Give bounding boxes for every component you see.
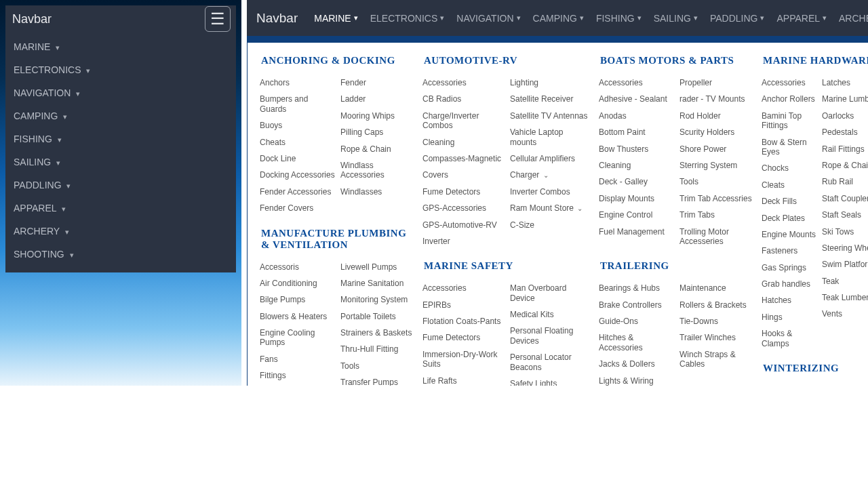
mega-link[interactable]: Winter Covers: [822, 382, 868, 386]
left-nav-item-apparel[interactable]: APPAREL ▾: [5, 197, 236, 220]
left-nav-item-fishing[interactable]: FISHING ▾: [5, 127, 236, 150]
mega-heading[interactable]: MANUFACTURE PLUMBING & VENTILATION: [261, 228, 416, 251]
left-nav-item-paddling[interactable]: PADDLING ▾: [5, 174, 236, 197]
top-nav-item-navigation[interactable]: NAVIGATION ▾: [456, 13, 520, 24]
mega-link[interactable]: Display Mounts: [599, 190, 674, 207]
mega-link[interactable]: Fender Covers: [260, 200, 335, 216]
top-nav-item-apparel[interactable]: APPAREL ▾: [776, 13, 827, 24]
mega-link[interactable]: Fans: [260, 351, 335, 367]
mega-link[interactable]: Rope & Chai: [822, 157, 868, 174]
mega-link[interactable]: Hatches: [762, 292, 816, 308]
mega-link[interactable]: Propeller: [679, 75, 755, 91]
mega-link[interactable]: Jacks & Dollers: [599, 356, 674, 372]
mega-link[interactable]: Winch Straps & Cables: [679, 346, 755, 373]
mega-link[interactable]: Bilge Pumps: [260, 291, 335, 308]
mega-link[interactable]: Maintenance: [679, 280, 755, 296]
mega-link[interactable]: Hooks & Clamps: [762, 325, 816, 352]
mega-link[interactable]: Charger ⌄: [510, 167, 592, 183]
left-nav-item-electronics[interactable]: ELECTRONICS ▾: [5, 58, 236, 81]
top-brand[interactable]: Navbar: [256, 11, 298, 26]
mega-link[interactable]: Fuel Management: [599, 224, 674, 240]
mega-link[interactable]: Anchors: [260, 75, 335, 91]
top-nav-item-paddling[interactable]: PADDLING ▾: [710, 13, 765, 24]
mega-link[interactable]: Fender: [340, 75, 416, 91]
mega-link[interactable]: Trailer Winches: [679, 329, 755, 346]
mega-link[interactable]: Livewell Pumps: [340, 259, 416, 275]
mega-link[interactable]: Lights & Wiring: [599, 373, 674, 386]
mega-link[interactable]: Vahicle Laptop mounts: [510, 124, 592, 150]
mega-link[interactable]: GPS-Automotive-RV: [422, 217, 505, 233]
mega-heading[interactable]: BOATS MOTORS & PARTS: [600, 55, 755, 66]
mega-link[interactable]: Scurity Holders: [679, 124, 755, 140]
top-nav-item-electronics[interactable]: ELECTRONICS ▾: [370, 13, 445, 24]
mega-link[interactable]: Teak: [822, 273, 868, 289]
mega-link[interactable]: Charge/Inverter Combos: [422, 108, 505, 134]
mega-link[interactable]: Guide-Ons: [599, 313, 674, 329]
mega-link[interactable]: Dock Line: [260, 150, 335, 167]
mega-link[interactable]: Cellular Amplifiers: [510, 150, 592, 167]
mega-link[interactable]: Fume Detectors: [422, 184, 505, 200]
mega-link[interactable]: Compasses-Magnetic: [422, 150, 505, 167]
mega-heading[interactable]: AUTOMOTIVE-RV: [424, 55, 592, 66]
mega-link[interactable]: Cleaning: [422, 134, 505, 150]
mega-link[interactable]: Engine Control: [599, 207, 674, 223]
mega-link[interactable]: Safety Lights: [510, 375, 592, 386]
mega-link[interactable]: Man Overboard Device: [510, 280, 592, 306]
mega-link[interactable]: Fume Detectors: [422, 329, 505, 346]
mega-link[interactable]: Portable Toilets: [340, 308, 416, 325]
mega-link[interactable]: Buoys: [260, 117, 335, 134]
mega-link[interactable]: Monitoring System: [340, 291, 416, 308]
mega-link[interactable]: Trim Tabs: [679, 207, 755, 223]
mega-link[interactable]: Tie-Downs: [679, 313, 755, 329]
mega-link[interactable]: Satellite TV Antennas: [510, 108, 592, 124]
mega-link[interactable]: Windlass Accessories: [340, 157, 416, 184]
mega-heading[interactable]: WINTERIZING: [763, 363, 868, 374]
left-nav-item-shooting[interactable]: SHOOTING ▾: [5, 243, 236, 266]
mega-link[interactable]: Tools: [340, 358, 416, 374]
mega-link[interactable]: Bearings & Hubs: [599, 280, 674, 296]
mega-link[interactable]: Marine Sanitation: [340, 275, 416, 291]
mega-link[interactable]: Rope & Chain: [340, 141, 416, 157]
top-nav-item-archery[interactable]: ARCHERY ▾: [839, 13, 868, 24]
mega-heading[interactable]: MARINE SAFETY: [424, 260, 592, 272]
mega-link[interactable]: Immersion-Dry-Work Suits: [422, 346, 505, 373]
mega-link[interactable]: Personal Floating Devices: [510, 323, 592, 349]
top-nav-item-sailing[interactable]: SAILING ▾: [654, 13, 698, 24]
mega-link[interactable]: Fasteners: [762, 243, 816, 259]
mega-link[interactable]: Latches: [822, 75, 868, 91]
mega-link[interactable]: Marine Lumb: [822, 91, 868, 107]
mega-link[interactable]: Deck Plates: [762, 210, 816, 226]
top-nav-item-camping[interactable]: CAMPING ▾: [533, 13, 584, 24]
mega-link[interactable]: Air Conditioning: [260, 275, 335, 291]
mega-link[interactable]: Inverter: [422, 233, 505, 249]
mega-link[interactable]: EPIRBs: [422, 297, 505, 313]
mega-link[interactable]: CB Radios: [422, 91, 505, 107]
mega-link[interactable]: Tools: [679, 174, 755, 190]
mega-link[interactable]: Satellite Receiver: [510, 91, 592, 107]
mega-link[interactable]: Chocks: [762, 160, 816, 176]
mega-link[interactable]: Swim Platform: [822, 256, 868, 272]
mega-link[interactable]: rader - TV Mounts: [679, 91, 755, 107]
mega-link[interactable]: Flotation Coats-Pants: [422, 313, 505, 329]
mega-link[interactable]: Thru-Hull Fitting: [340, 341, 416, 357]
mega-link[interactable]: Accessories: [599, 75, 674, 91]
mega-link[interactable]: Cleats: [762, 177, 816, 193]
mega-link[interactable]: Covers: [422, 167, 505, 183]
mega-link[interactable]: Accessories: [762, 75, 816, 91]
mega-link[interactable]: Bow Thusters: [599, 141, 674, 157]
mega-link[interactable]: Gas Springs: [762, 260, 816, 276]
mega-link[interactable]: Hitches & Accessories: [599, 329, 674, 356]
mega-link[interactable]: Trolling Motor Accesseries: [679, 224, 755, 250]
mega-link[interactable]: Deck Fills: [762, 193, 816, 209]
mega-link[interactable]: Hot Water Heaters: [260, 384, 335, 386]
mega-link[interactable]: Fender Accessories: [260, 184, 335, 200]
mega-link[interactable]: Windlasses: [340, 184, 416, 200]
mega-link[interactable]: Oarlocks: [822, 108, 868, 124]
mega-link[interactable]: Teak Lumber: [822, 289, 868, 306]
mega-link[interactable]: C-Size: [510, 217, 592, 233]
mega-link[interactable]: Personal Locator Beacons: [510, 349, 592, 375]
mega-link[interactable]: Battery Management: [762, 382, 816, 386]
left-brand[interactable]: Navbar: [12, 12, 52, 26]
left-nav-item-archery[interactable]: ARCHERY ▾: [5, 220, 236, 243]
mega-link[interactable]: Rub Rail: [822, 174, 868, 190]
